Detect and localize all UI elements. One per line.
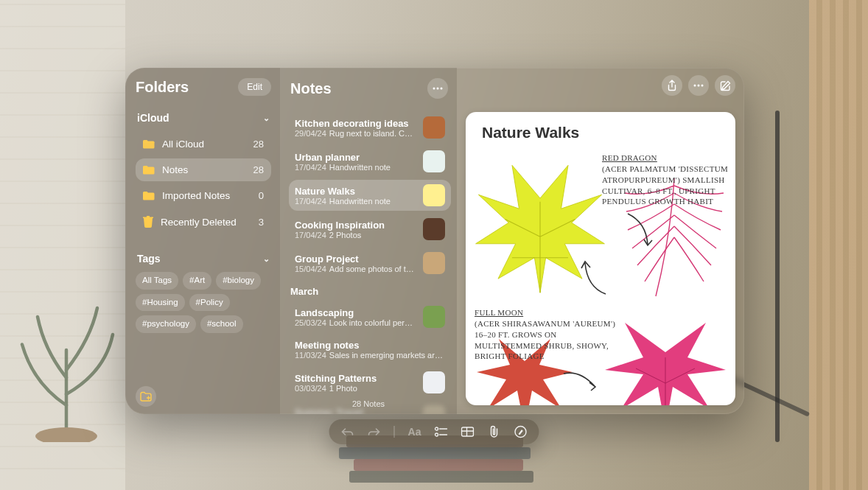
note-row-group-project[interactable]: Group Project15/04/24Add some photos of … bbox=[289, 248, 451, 279]
note-row-nature[interactable]: Nature Walks17/04/24Handwritten note bbox=[289, 180, 451, 211]
compose-button[interactable] bbox=[715, 75, 735, 96]
note-date: 29/04/24 bbox=[295, 129, 326, 138]
note-preview: Sales in emerging markets are tr… bbox=[329, 351, 445, 360]
note-date: 03/03/24 bbox=[295, 384, 326, 393]
note-thumb bbox=[423, 252, 445, 274]
note-date: 17/04/24 bbox=[295, 231, 326, 239]
note-row-blurred[interactable]: Summer Travel bbox=[289, 401, 451, 414]
svg-rect-9 bbox=[462, 427, 474, 436]
note-date: 15/04/24 bbox=[295, 265, 326, 273]
note-preview: Add some photos of their… bbox=[329, 265, 416, 273]
note-title: Nature Walks bbox=[295, 186, 416, 197]
tag-art[interactable]: #Art bbox=[183, 272, 211, 290]
svg-point-1 bbox=[433, 88, 435, 90]
month-march: March bbox=[289, 280, 454, 300]
folder-label: Recently Deleted bbox=[161, 217, 237, 228]
undo-button[interactable] bbox=[341, 425, 354, 438]
tag-psychology[interactable]: #psychology bbox=[136, 315, 196, 333]
new-folder-button[interactable] bbox=[136, 386, 156, 407]
table-icon bbox=[461, 427, 475, 437]
note-preview: Rug next to island. Conte… bbox=[329, 129, 416, 138]
note-title: Stitching Patterns bbox=[295, 373, 416, 384]
note-date: 17/04/24 bbox=[295, 197, 326, 206]
account-header[interactable]: iCloud ⌄ bbox=[136, 108, 271, 131]
note-thumb bbox=[423, 218, 445, 240]
folder-icon bbox=[143, 165, 155, 175]
arrow-icon bbox=[580, 259, 609, 296]
share-button[interactable] bbox=[662, 75, 682, 96]
note-row-meeting[interactable]: Meeting notes11/03/24Sales in emerging m… bbox=[289, 335, 451, 364]
folder-count: 28 bbox=[253, 139, 264, 150]
note-title: Kitchen decorating ideas bbox=[295, 118, 416, 129]
note-preview: 1 Photo bbox=[329, 384, 357, 393]
paperclip-icon bbox=[489, 425, 500, 438]
sidebar-item-notes[interactable]: Notes 28 bbox=[136, 158, 271, 181]
svg-point-8 bbox=[435, 433, 438, 436]
folder-label: Notes bbox=[162, 164, 188, 175]
note-thumb bbox=[423, 371, 445, 393]
note-thumb bbox=[423, 306, 445, 328]
chevron-down-icon: ⌄ bbox=[263, 254, 270, 264]
svg-point-3 bbox=[441, 88, 443, 90]
ellipsis-icon bbox=[693, 84, 704, 87]
note-title: Landscaping bbox=[295, 307, 416, 318]
note-row-cooking[interactable]: Cooking Inspiration17/04/242 Photos bbox=[289, 214, 451, 245]
note-title: Group Project bbox=[295, 253, 416, 265]
svg-point-7 bbox=[435, 427, 438, 430]
notes-title: Notes bbox=[290, 80, 332, 97]
folder-label: All iCloud bbox=[162, 139, 204, 150]
note-heading: Nature Walks bbox=[466, 112, 735, 146]
format-button[interactable]: Aa bbox=[408, 425, 421, 438]
tag-school[interactable]: #school bbox=[200, 315, 243, 333]
note-title: Urban planner bbox=[295, 152, 416, 163]
app-window: Folders Edit iCloud ⌄ All iCloud 28 Note… bbox=[125, 68, 744, 414]
edit-button[interactable]: Edit bbox=[238, 78, 271, 96]
redo-button[interactable] bbox=[368, 425, 381, 438]
note-date: 11/03/24 bbox=[295, 351, 326, 360]
sidebar-item-all-icloud[interactable]: All iCloud 28 bbox=[136, 133, 271, 155]
folder-icon bbox=[143, 139, 155, 149]
svg-point-6 bbox=[701, 85, 704, 87]
attach-button[interactable] bbox=[488, 425, 501, 438]
handwriting-button[interactable] bbox=[514, 425, 528, 438]
note-row-stitching[interactable]: Stitching Patterns03/03/241 Photo bbox=[289, 367, 451, 398]
note-title: Cooking Inspiration bbox=[295, 220, 416, 231]
tag-all[interactable]: All Tags bbox=[136, 272, 178, 290]
folders-sidebar: Folders Edit iCloud ⌄ All iCloud 28 Note… bbox=[125, 68, 280, 414]
note-thumb bbox=[423, 184, 445, 206]
note-preview: Look into colorful perenn… bbox=[329, 318, 416, 327]
separator bbox=[394, 426, 395, 438]
undo-icon bbox=[341, 427, 354, 437]
tags-header[interactable]: Tags ⌄ bbox=[136, 248, 271, 272]
note-row-urban[interactable]: Urban planner17/04/24Handwritten note bbox=[289, 146, 451, 177]
table-button[interactable] bbox=[461, 425, 475, 438]
sidebar-item-imported[interactable]: Imported Notes 0 bbox=[136, 184, 271, 207]
note-detail: Nature Walks bbox=[457, 68, 744, 414]
arrow-icon bbox=[561, 370, 598, 392]
tag-biology[interactable]: #biology bbox=[216, 272, 261, 290]
note-canvas[interactable]: Nature Walks bbox=[466, 112, 735, 405]
note-row-landscaping[interactable]: Landscaping25/03/24Look into colorful pe… bbox=[289, 301, 451, 332]
note-thumb bbox=[423, 405, 445, 414]
notes-list: Notes Kitchen decorating ideas29/04/24Ru… bbox=[280, 68, 457, 414]
annotation-red-dragon: RED DRAGON (ACER PALMATUM 'DISSECTUM ATR… bbox=[602, 153, 735, 207]
tags-label: Tags bbox=[137, 253, 161, 265]
checklist-button[interactable] bbox=[435, 425, 448, 438]
ellipsis-icon bbox=[433, 87, 443, 90]
list-more-button[interactable] bbox=[427, 78, 448, 99]
note-preview: Handwritten note bbox=[329, 163, 391, 172]
note-date: 17/04/24 bbox=[295, 163, 326, 172]
note-row-kitchen[interactable]: Kitchen decorating ideas29/04/24Rug next… bbox=[289, 112, 451, 143]
new-folder-icon bbox=[140, 391, 152, 402]
detail-more-button[interactable] bbox=[688, 75, 709, 96]
format-toolbar: Aa bbox=[329, 419, 539, 444]
trash-icon bbox=[143, 216, 153, 228]
arrow-icon bbox=[624, 211, 654, 248]
svg-point-4 bbox=[694, 85, 696, 87]
sidebar-item-trash[interactable]: Recently Deleted 3 bbox=[136, 210, 271, 234]
note-preview: 2 Photos bbox=[329, 231, 361, 239]
tag-housing[interactable]: #Housing bbox=[136, 294, 185, 312]
tag-policy[interactable]: #Policy bbox=[189, 294, 230, 312]
checklist-icon bbox=[435, 427, 448, 437]
handwriting-icon bbox=[514, 425, 528, 438]
